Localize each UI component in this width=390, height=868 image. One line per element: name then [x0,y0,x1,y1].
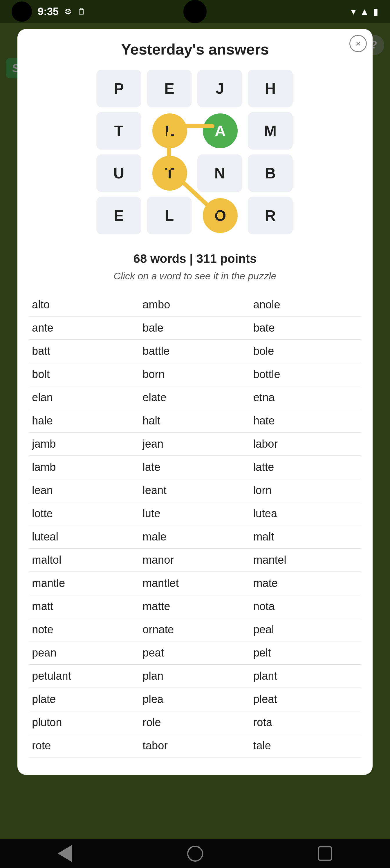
cell-L2[interactable]: L [147,197,192,235]
answers-modal: × Yesterday's answers P E J H T L A M U … [18,29,372,775]
word-item[interactable]: rota [250,711,361,734]
word-item[interactable]: battle [140,340,250,363]
cell-R[interactable]: R [248,197,293,235]
status-left: 9:35 ⚙ 🗒 [11,1,86,22]
word-item[interactable]: plea [140,688,250,711]
word-item[interactable]: matte [140,595,250,618]
word-item[interactable]: tabor [140,734,250,757]
cell-L-yellow[interactable]: L [152,114,187,148]
cell-N[interactable]: N [197,154,242,192]
word-item[interactable]: rote [29,734,140,757]
cell-P[interactable]: P [96,70,141,107]
word-item[interactable]: bole [250,340,361,363]
word-item[interactable]: plan [140,664,250,688]
word-item[interactable]: lamb [29,456,140,479]
close-icon: × [356,39,361,49]
modal-title: Yesterday's answers [29,41,361,58]
word-item[interactable]: lute [140,502,250,525]
stats-line: 68 words | 311 points [29,252,361,266]
word-item[interactable]: elan [29,386,140,409]
word-item[interactable]: hate [250,409,361,433]
word-item[interactable]: jamb [29,433,140,456]
word-item[interactable]: pleat [250,688,361,711]
signal-icon: ▲ [360,6,369,17]
word-item[interactable]: etna [250,386,361,409]
word-item[interactable]: halt [140,409,250,433]
word-item[interactable]: note [29,618,140,642]
word-item[interactable]: jean [140,433,250,456]
cell-U[interactable]: U [96,154,141,192]
cell-E2[interactable]: E [96,197,141,235]
word-item[interactable]: matt [29,595,140,618]
word-item[interactable]: hale [29,409,140,433]
cell-T1[interactable]: T [96,112,141,150]
word-item[interactable]: manor [140,549,250,572]
word-item[interactable]: plate [29,688,140,711]
word-item[interactable]: luteal [29,525,140,549]
word-item[interactable]: alto [29,293,140,316]
battery-icon: ▮ [373,6,379,17]
word-item[interactable]: petulant [29,664,140,688]
word-item[interactable]: lotte [29,502,140,525]
word-item[interactable]: lorn [250,479,361,502]
instruction-text: Click on a word to see it in the puzzle [29,270,361,282]
word-item[interactable]: tale [250,734,361,757]
note-icon: 🗒 [78,7,86,17]
cell-E[interactable]: E [147,70,192,107]
word-item[interactable]: ambo [140,293,250,316]
word-item[interactable]: mantel [250,549,361,572]
word-item[interactable]: maltol [29,549,140,572]
word-item[interactable]: peat [140,642,250,664]
grid-container: P E J H T L A M U T N B E L O R [96,70,294,243]
word-item[interactable]: latte [250,456,361,479]
word-item[interactable]: pean [29,642,140,664]
word-item[interactable]: anole [250,293,361,316]
word-item[interactable]: peal [250,618,361,642]
front-camera [183,0,207,23]
word-item[interactable]: mate [250,572,361,595]
word-item[interactable]: born [140,363,250,386]
word-item[interactable]: plant [250,664,361,688]
word-item[interactable]: late [140,456,250,479]
cell-O-yellow[interactable]: O [203,198,238,233]
word-item[interactable]: lutea [250,502,361,525]
word-item[interactable]: mantlet [140,572,250,595]
word-item[interactable]: pelt [250,642,361,664]
word-item[interactable]: role [140,711,250,734]
word-item[interactable]: leant [140,479,250,502]
letter-grid-wrapper: P E J H T L A M U T N B E L O R [29,70,361,243]
wifi-icon: ▾ [351,6,356,17]
word-item[interactable]: mantle [29,572,140,595]
cell-H[interactable]: H [248,70,293,107]
word-item[interactable]: lean [29,479,140,502]
cell-B[interactable]: B [248,154,293,192]
settings-icon: ⚙ [64,7,72,17]
word-item[interactable]: male [140,525,250,549]
word-item[interactable]: elate [140,386,250,409]
word-item[interactable]: bottle [250,363,361,386]
word-item[interactable]: nota [250,595,361,618]
word-item[interactable]: bale [140,316,250,340]
word-item[interactable]: batt [29,340,140,363]
word-item[interactable]: labor [250,433,361,456]
cell-T2-yellow[interactable]: T [152,156,187,191]
letter-grid: P E J H T L A M U T N B E L O R [96,70,294,235]
word-item[interactable]: malt [250,525,361,549]
status-right: ▾ ▲ ▮ [351,6,379,17]
word-item[interactable]: pluton [29,711,140,734]
camera-cutout [11,1,32,22]
word-list: altoamboanoleantebalebatebattbattleboleb… [29,293,361,757]
word-item[interactable]: ornate [140,618,250,642]
word-item[interactable]: bolt [29,363,140,386]
status-time: 9:35 [38,5,59,18]
word-item[interactable]: ante [29,316,140,340]
cell-M[interactable]: M [248,112,293,150]
status-bar: 9:35 ⚙ 🗒 ▾ ▲ ▮ [0,0,390,23]
close-button[interactable]: × [349,35,367,52]
cell-J[interactable]: J [197,70,242,107]
cell-A-green[interactable]: A [203,114,238,148]
word-item[interactable]: bate [250,316,361,340]
